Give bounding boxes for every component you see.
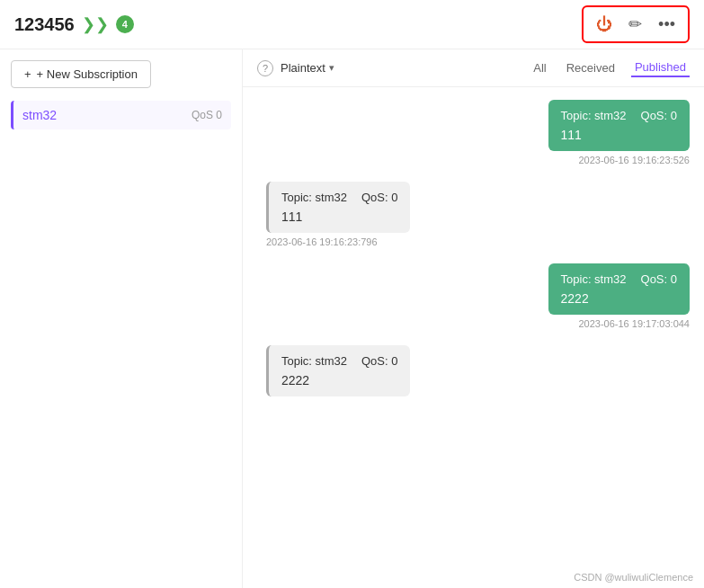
format-selector[interactable]: Plaintext ▾ — [281, 61, 334, 75]
content-panel: ? Plaintext ▾ All Received Published Top… — [243, 49, 704, 588]
bubble-header: Topic: stm32 QoS: 0 — [281, 191, 397, 204]
bubble-topic: Topic: stm32 — [561, 272, 627, 286]
message-row: Topic: stm32 QoS: 0 111 2023-06-16 19:16… — [257, 100, 690, 165]
bubble-header: Topic: stm32 QoS: 0 — [561, 109, 677, 122]
messages-area[interactable]: Topic: stm32 QoS: 0 111 2023-06-16 19:16… — [243, 87, 704, 566]
message-bubble: Topic: stm32 QoS: 0 111 — [266, 182, 410, 233]
message-row: Topic: stm32 QoS: 0 2222 2023-06-16 19:1… — [257, 263, 690, 329]
edit-icon[interactable]: ✏ — [628, 14, 642, 34]
content-toolbar: ? Plaintext ▾ All Received Published — [243, 49, 704, 87]
bubble-qos: QoS: 0 — [361, 354, 397, 368]
main-layout: + + New Subscription stm32 QoS 0 ? Plain… — [0, 49, 704, 588]
bubble-body: 2222 — [561, 291, 677, 306]
header-action-group: ⏻ ✏ ••• — [582, 5, 690, 43]
more-options-icon[interactable]: ••• — [658, 15, 675, 34]
message-row: Topic: stm32 QoS: 0 111 2023-06-16 19:16… — [257, 182, 690, 247]
message-bubble: Topic: stm32 QoS: 0 111 — [548, 100, 690, 151]
message-time: 2023-06-16 19:16:23:796 — [266, 236, 378, 247]
app-header: 123456 ❯❯ 4 ⏻ ✏ ••• — [0, 0, 704, 49]
bubble-topic: Topic: stm32 — [281, 191, 347, 204]
footer-watermark: CSDN @wuliwuliClemence — [243, 566, 704, 588]
watermark-text: CSDN @wuliwuliClemence — [574, 572, 693, 583]
format-label: Plaintext — [281, 61, 325, 75]
bubble-qos: QoS: 0 — [641, 109, 677, 122]
bubble-topic: Topic: stm32 — [281, 354, 347, 368]
bubble-qos: QoS: 0 — [361, 191, 397, 204]
message-time: 2023-06-16 19:17:03:044 — [578, 318, 690, 329]
bubble-body: 111 — [561, 128, 677, 142]
new-subscription-label: + New Subscription — [37, 67, 138, 81]
chevron-down-icon[interactable]: ❯❯ — [82, 14, 109, 34]
bubble-header: Topic: stm32 QoS: 0 — [561, 272, 677, 286]
bubble-topic: Topic: stm32 — [561, 109, 627, 122]
power-icon[interactable]: ⏻ — [596, 15, 612, 34]
subscription-name: stm32 — [22, 108, 57, 122]
subscription-item[interactable]: stm32 QoS 0 — [11, 101, 231, 129]
filter-tabs: All Received Published — [530, 58, 690, 77]
filter-all[interactable]: All — [530, 59, 549, 76]
new-subscription-button[interactable]: + + New Subscription — [11, 60, 151, 88]
chevron-down-icon: ▾ — [329, 62, 334, 74]
message-row: Topic: stm32 QoS: 0 2222 — [257, 345, 690, 396]
filter-received[interactable]: Received — [563, 59, 619, 76]
badge-count: 4 — [116, 15, 134, 33]
connection-id: 123456 — [14, 14, 75, 35]
filter-published[interactable]: Published — [631, 58, 690, 77]
bubble-body: 111 — [281, 209, 397, 224]
help-icon[interactable]: ? — [257, 60, 273, 76]
message-time: 2023-06-16 19:16:23:526 — [578, 155, 690, 165]
bubble-header: Topic: stm32 QoS: 0 — [281, 354, 397, 368]
subscription-qos: QoS 0 — [192, 109, 222, 121]
bubble-body: 2222 — [281, 373, 397, 388]
message-bubble: Topic: stm32 QoS: 0 2222 — [266, 345, 410, 396]
bubble-qos: QoS: 0 — [641, 272, 677, 286]
sidebar: + + New Subscription stm32 QoS 0 — [0, 49, 243, 588]
message-bubble: Topic: stm32 QoS: 0 2222 — [548, 263, 690, 315]
plus-icon: + — [24, 67, 31, 81]
